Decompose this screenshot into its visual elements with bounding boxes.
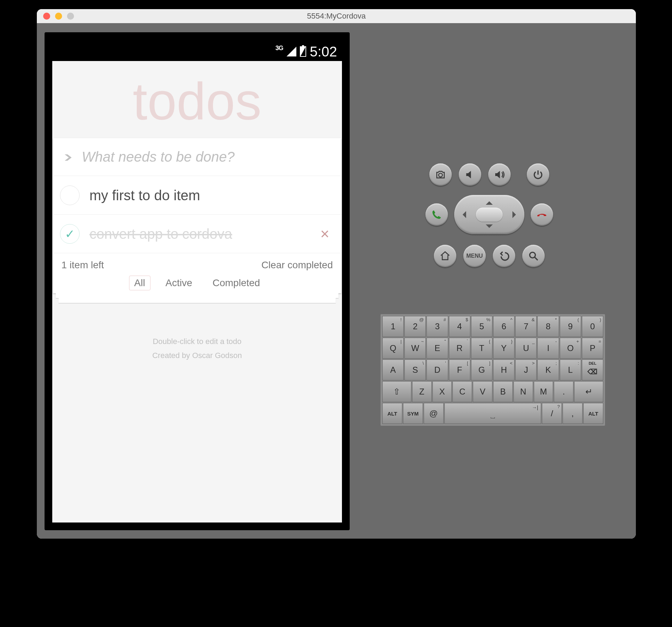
menu-button[interactable]: MENU — [463, 245, 486, 267]
card-stack-decoration — [56, 293, 338, 298]
todo-toggle[interactable] — [60, 186, 80, 205]
key-R[interactable]: R` — [449, 338, 470, 359]
dpad-right[interactable] — [512, 211, 519, 218]
dpad-down[interactable] — [486, 224, 493, 231]
info-line-1: Double-click to edit a todo — [52, 335, 342, 349]
key-K[interactable]: K; — [537, 359, 559, 380]
end-call-button[interactable] — [531, 203, 553, 226]
key-Y[interactable]: Y} — [493, 338, 515, 359]
key-H[interactable]: H< — [493, 359, 515, 380]
power-button[interactable] — [527, 163, 549, 186]
todo-item: ✓convert app to cordova× — [53, 215, 341, 253]
call-button[interactable] — [425, 203, 448, 226]
key-Z[interactable]: Z — [412, 381, 432, 402]
network-indicator: 3G — [275, 45, 283, 52]
key-F[interactable]: F[ — [449, 359, 470, 380]
key-T[interactable]: T{ — [471, 338, 492, 359]
home-button[interactable] — [434, 245, 456, 267]
todo-toggle[interactable]: ✓ — [60, 224, 80, 244]
key-@[interactable]: @ — [424, 403, 444, 424]
svg-point-0 — [530, 252, 535, 258]
app-info: Double-click to edit a todo Created by O… — [52, 335, 342, 362]
key-M[interactable]: M — [534, 381, 553, 402]
key-N[interactable]: N — [513, 381, 533, 402]
new-todo-row: ❯ What needs to be done? — [53, 138, 341, 176]
key-9[interactable]: 9( — [560, 316, 581, 337]
key-W[interactable]: W~ — [404, 338, 426, 359]
key-0[interactable]: 0) — [582, 316, 603, 337]
volume-down-button[interactable] — [459, 163, 481, 186]
items-left-count: 1 item left — [61, 259, 261, 271]
card-stack-decoration — [59, 298, 336, 303]
hardware-controls: MENU — [398, 163, 580, 276]
key-ALT[interactable]: ALT — [382, 403, 402, 424]
filter-active[interactable]: Active — [160, 276, 197, 290]
todo-footer: 1 item left Clear completed All Active C… — [53, 253, 341, 293]
key-.[interactable]: . — [554, 381, 573, 402]
key-DEL[interactable]: DEL⌫ — [582, 359, 603, 380]
key-7[interactable]: 7& — [515, 316, 537, 337]
key-ALT[interactable]: ALT — [583, 403, 603, 424]
delete-todo-button[interactable]: × — [315, 226, 334, 242]
key-A[interactable]: A — [382, 359, 404, 380]
key-I[interactable]: I- — [537, 338, 559, 359]
key-V[interactable]: V — [473, 381, 492, 402]
key-4[interactable]: 4$ — [449, 316, 470, 337]
dpad-left[interactable] — [459, 211, 466, 218]
key-1[interactable]: 1! — [382, 316, 404, 337]
window-titlebar: 5554:MyCordova — [37, 9, 636, 23]
filter-bar: All Active Completed — [61, 276, 333, 290]
hardware-keyboard: 1!2@3#4$5%6^7&8*9(0)Q|W~E"R`T{Y}U_I-O+P=… — [381, 314, 605, 426]
key-space[interactable]: →|⎵ — [444, 403, 542, 424]
key-⇧[interactable]: ⇧ — [382, 381, 411, 402]
dpad — [454, 195, 524, 234]
key-↵[interactable]: ↵ — [574, 381, 603, 402]
todo-item: my first to do item — [53, 176, 341, 215]
key-6[interactable]: 6^ — [493, 316, 515, 337]
filter-completed[interactable]: Completed — [207, 276, 265, 290]
battery-icon — [300, 46, 306, 57]
key-O[interactable]: O+ — [560, 338, 581, 359]
search-button[interactable] — [522, 245, 545, 267]
key-8[interactable]: 8* — [537, 316, 559, 337]
key-X[interactable]: X — [432, 381, 452, 402]
key-2[interactable]: 2@ — [404, 316, 426, 337]
todo-card: ❯ What needs to be done? my first to do … — [53, 138, 341, 293]
todo-label[interactable]: my first to do item — [89, 187, 334, 204]
key-J[interactable]: J> — [515, 359, 537, 380]
filter-all[interactable]: All — [129, 276, 150, 290]
key-,[interactable]: , — [563, 403, 583, 424]
key-E[interactable]: E" — [426, 338, 448, 359]
key-L[interactable]: L: — [560, 359, 581, 380]
dpad-center[interactable] — [476, 208, 503, 222]
key-B[interactable]: B — [493, 381, 513, 402]
emulator-window: 5554:MyCordova 3G 5:02 todos ❯ What need… — [37, 9, 636, 539]
signal-icon — [287, 47, 296, 56]
toggle-all-icon[interactable]: ❯ — [63, 153, 73, 161]
app-title: todos — [52, 75, 342, 128]
device-frame: 3G 5:02 todos ❯ What needs to be done? m… — [45, 32, 350, 530]
clear-completed-button[interactable]: Clear completed — [261, 259, 333, 271]
todo-label[interactable]: convert app to cordova — [89, 225, 315, 243]
emulator-body: 3G 5:02 todos ❯ What needs to be done? m… — [37, 23, 636, 539]
key-/[interactable]: /? — [542, 403, 562, 424]
key-5[interactable]: 5% — [471, 316, 492, 337]
android-status-bar: 3G 5:02 — [52, 42, 342, 61]
status-clock: 5:02 — [310, 44, 337, 60]
key-S[interactable]: S\ — [404, 359, 426, 380]
key-3[interactable]: 3# — [426, 316, 448, 337]
key-C[interactable]: C — [452, 381, 472, 402]
camera-button[interactable] — [429, 163, 452, 186]
volume-up-button[interactable] — [488, 163, 511, 186]
dpad-up[interactable] — [486, 198, 493, 205]
key-U[interactable]: U_ — [515, 338, 537, 359]
key-P[interactable]: P= — [582, 338, 603, 359]
window-title: 5554:MyCordova — [37, 12, 636, 21]
key-D[interactable]: D' — [426, 359, 448, 380]
back-button[interactable] — [493, 245, 515, 267]
key-SYM[interactable]: SYM — [403, 403, 423, 424]
new-todo-input[interactable]: What needs to be done? — [82, 149, 331, 165]
todos-app: todos ❯ What needs to be done? my first … — [52, 61, 342, 522]
key-Q[interactable]: Q| — [382, 338, 404, 359]
key-G[interactable]: G] — [471, 359, 492, 380]
